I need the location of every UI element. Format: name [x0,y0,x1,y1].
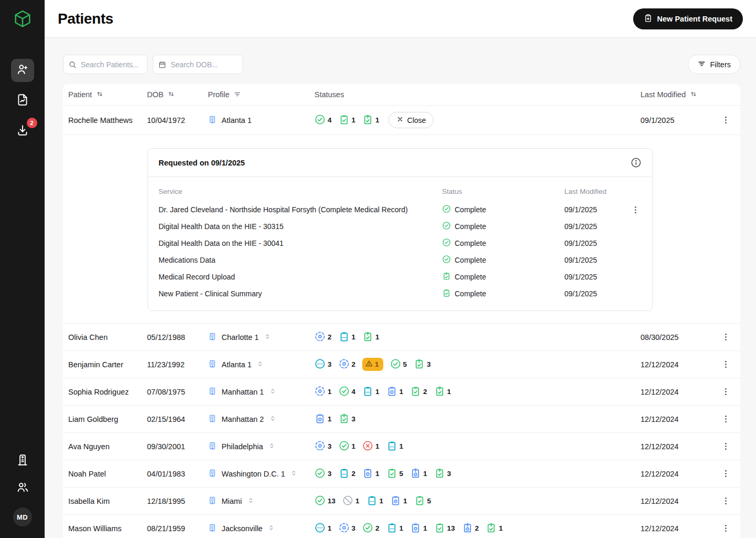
status-badge[interactable]: 1 [386,522,404,535]
clipboard-up-gear-icon [462,522,473,535]
profile-cell[interactable]: Jacksonville [208,523,314,534]
status-badge[interactable]: 1 [390,495,407,508]
patient-row[interactable]: Rochelle Matthews10/04/1972Atlanta 1411C… [63,106,740,135]
chevron-updown-icon[interactable] [268,442,276,451]
user-avatar[interactable]: MD [13,508,32,526]
row-menu-button[interactable] [711,332,740,342]
status-badge[interactable]: 4 [314,114,332,127]
status-badge[interactable]: 2 [339,468,356,480]
chevron-updown-icon[interactable] [247,496,255,506]
row-menu-button[interactable] [711,441,740,451]
sort-icon[interactable] [167,90,175,100]
column-header-dob[interactable]: DOB [147,90,208,100]
chevron-updown-icon[interactable] [269,387,277,397]
sidebar-item-patients[interactable] [11,59,34,82]
row-menu-button[interactable] [711,387,740,397]
row-menu-button[interactable] [711,359,740,369]
status-badge[interactable]: 1 [339,114,356,127]
patient-row[interactable]: Liam Goldberg02/15/1964Manhattan 21312/1… [63,406,740,433]
status-badge[interactable]: 3 [339,522,356,535]
status-badge[interactable]: 1 [342,495,360,508]
row-menu-button[interactable] [711,469,740,479]
status-badge[interactable]: 5 [386,468,404,480]
patient-row[interactable]: Isabella Kim12/18/1995Miami13111512/12/2… [63,488,740,515]
row-menu-button[interactable] [711,496,740,506]
close-expanded-button[interactable]: Close [388,112,434,128]
chevron-updown-icon[interactable] [269,415,277,424]
status-badge[interactable]: 4 [339,386,356,398]
status-badge[interactable]: 3 [434,468,452,480]
status-badge[interactable]: 2 [410,386,427,398]
patient-row[interactable]: Ava Nguyen09/30/2001Philadelphia311112/1… [63,433,740,460]
status-badge[interactable]: 3 [314,468,332,480]
status-badge[interactable]: 1 [339,440,356,453]
filters-button[interactable]: Filters [688,55,740,74]
status-badge[interactable]: 1 [362,331,380,344]
profile-cell[interactable]: Charlotte 1 [208,332,314,343]
profile-cell[interactable]: Manhattan 2 [208,414,314,425]
row-menu-button[interactable] [711,523,740,533]
profile-cell[interactable]: Atlanta 1 [208,115,314,126]
status-badge[interactable]: 3 [314,358,332,371]
status-badge[interactable]: 3 [339,413,356,426]
chevron-updown-icon[interactable] [264,333,271,342]
status-badge[interactable]: 1 [314,386,332,398]
service-row: Medical Record UploadComplete09/1/2025 [159,268,642,285]
clipboard-up-check-icon [414,358,425,371]
status-badge[interactable]: 1 [410,522,427,535]
status-badge[interactable]: 1 [386,440,404,453]
status-badge[interactable]: 5 [414,495,432,508]
column-header-patient[interactable]: Patient [68,90,147,100]
sort-icon[interactable] [96,90,104,100]
profile-cell[interactable]: Washington D.C. 1 [208,469,314,479]
status-badge[interactable]: 2 [339,358,356,371]
status-badge[interactable]: 13 [434,522,455,535]
status-badge[interactable]: 2 [314,331,332,344]
status-badge[interactable]: 5 [390,358,407,371]
status-badge[interactable]: 1 [386,386,404,398]
status-badge[interactable]: 1 [362,114,380,127]
column-header-last-modified[interactable]: Last Modified [626,90,711,100]
row-menu-button[interactable] [711,414,740,424]
profile-cell[interactable]: Miami [208,496,314,506]
info-icon[interactable] [631,157,642,168]
filter-icon[interactable] [233,90,242,100]
column-header-profile[interactable]: Profile [208,90,314,100]
status-badge[interactable]: 1 [410,468,427,480]
patient-dob: 10/04/1972 [147,116,208,125]
status-badge[interactable]: 13 [314,495,335,508]
sidebar-item-team[interactable] [16,480,29,496]
patient-row[interactable]: Noah Patel04/01/1983Washington D.C. 1321… [63,460,740,488]
status-badge[interactable]: 3 [414,358,431,371]
status-badge[interactable]: 3 [314,440,332,453]
status-badge[interactable]: 1 [434,386,452,398]
status-badge[interactable]: 2 [462,522,479,535]
sidebar-item-facilities[interactable] [16,453,29,469]
patient-row[interactable]: Mason Williams08/21/1959Jacksonville1321… [63,515,740,538]
chevron-updown-icon[interactable] [290,469,298,479]
status-warning-badge[interactable]: 1 [362,358,383,371]
new-patient-request-button[interactable]: New Patient Request [633,8,743,29]
status-badge[interactable]: 1 [314,522,332,535]
status-badge[interactable]: 1 [362,386,380,398]
sort-icon[interactable] [689,90,698,100]
profile-cell[interactable]: Manhattan 1 [208,387,314,397]
sidebar-item-downloads[interactable]: 2 [11,120,34,143]
status-badge[interactable]: 1 [366,495,384,508]
patient-row[interactable]: Benjamin Carter11/23/1992Atlanta 1321531… [63,351,740,378]
status-badge[interactable]: 1 [362,440,380,453]
patient-row[interactable]: Sophia Rodriguez07/08/1975Manhattan 1141… [63,378,740,406]
patient-row[interactable]: Olivia Chen05/12/1988Charlotte 121108/30… [63,324,740,351]
chevron-updown-icon[interactable] [267,524,275,533]
status-badge[interactable]: 1 [362,468,380,480]
sidebar-item-reports[interactable] [11,89,34,112]
profile-cell[interactable]: Philadelphia [208,441,314,452]
status-badge[interactable]: 1 [314,413,332,426]
profile-cell[interactable]: Atlanta 1 [208,359,314,370]
row-menu-button[interactable] [711,115,740,125]
status-badge[interactable]: 2 [362,522,380,535]
service-menu-button[interactable] [629,205,642,215]
status-badge[interactable]: 1 [339,331,356,344]
status-badge[interactable]: 1 [486,522,503,535]
chevron-updown-icon[interactable] [256,360,264,369]
